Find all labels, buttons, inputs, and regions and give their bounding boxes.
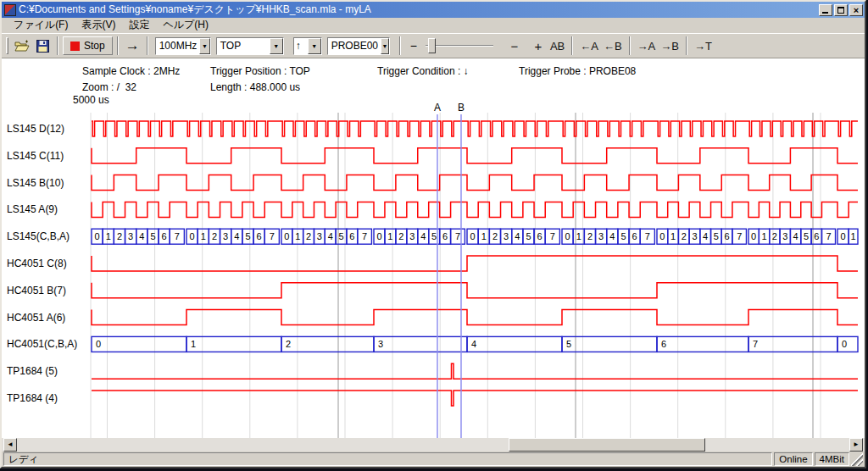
bus-value: 0 <box>565 231 570 241</box>
bus-value: 6 <box>442 231 448 241</box>
bus-value: 5 <box>526 231 531 241</box>
save-button[interactable] <box>32 36 53 55</box>
signal-trace <box>92 202 858 217</box>
signal-trace <box>92 310 858 325</box>
stop-icon <box>70 42 80 51</box>
bus-value: 1 <box>201 231 206 241</box>
trigger-probe-select[interactable]: PROBE00 ▼ <box>327 37 390 55</box>
chevron-down-icon[interactable]: ▼ <box>270 38 283 54</box>
zoom-slider[interactable] <box>420 36 493 55</box>
bus-value: 4 <box>793 231 798 241</box>
chevron-down-icon[interactable]: ▼ <box>199 38 209 54</box>
status-ready: レディ <box>3 452 772 466</box>
bus-cell <box>92 336 186 352</box>
zoom-slider-thumb[interactable] <box>428 38 436 53</box>
signal-trace <box>92 121 858 136</box>
chevron-down-icon[interactable]: ▼ <box>381 38 389 54</box>
chevron-down-icon[interactable]: ▼ <box>308 38 321 54</box>
menu-view[interactable]: 表示(V) <box>75 17 122 34</box>
menu-help[interactable]: ヘルプ(H) <box>156 17 215 34</box>
menu-file[interactable]: ファイル(F) <box>7 17 75 34</box>
bus-value: 1 <box>387 231 392 241</box>
zoom-ab-button[interactable]: AB <box>548 36 567 55</box>
trigger-position-select[interactable]: TOP ▼ <box>216 37 284 55</box>
goto-cursor-a-right-button[interactable]: →A <box>635 36 659 55</box>
bus-cell <box>748 336 837 352</box>
open-file-button[interactable] <box>12 36 32 55</box>
open-folder-icon <box>14 40 30 52</box>
goto-trigger-button[interactable]: →T <box>692 36 715 55</box>
zoom-out-button[interactable]: − <box>505 36 524 55</box>
minimize-button[interactable] <box>819 4 832 16</box>
status-bar: レディ Online 4MBit <box>2 452 865 467</box>
zoom-slider-minus-label: − <box>410 39 417 53</box>
bus-value: 7 <box>175 231 180 241</box>
goto-cursor-a-left-button[interactable]: ←A <box>577 36 601 55</box>
bus-value: 7 <box>826 231 831 241</box>
toolbar-grip[interactable] <box>6 37 8 54</box>
bus-value: 3 <box>317 231 322 241</box>
bus-value: 6 <box>725 231 730 241</box>
stop-button[interactable]: Stop <box>63 36 113 55</box>
bus-value: 2 <box>772 231 777 241</box>
bus-value: 4 <box>515 231 520 241</box>
bus-value: 4 <box>703 231 708 241</box>
scroll-left-arrow[interactable]: ◄ <box>3 438 17 452</box>
bus-value: 7 <box>645 231 650 241</box>
bus-value: 4 <box>234 231 239 241</box>
signal-trace <box>92 363 858 379</box>
zoom-slider-track <box>426 45 493 47</box>
maximize-button[interactable] <box>834 4 848 16</box>
bus-value: 1 <box>481 231 487 241</box>
bus-value: 4 <box>471 339 476 349</box>
bus-value: 4 <box>328 231 333 241</box>
bus-value: 3 <box>128 231 133 241</box>
run-button[interactable]: → <box>123 36 142 55</box>
scroll-right-arrow[interactable]: ► <box>849 438 863 452</box>
bus-value: 6 <box>257 231 262 241</box>
minimize-icon <box>822 12 828 14</box>
bus-value: 1 <box>670 231 676 241</box>
bus-value: 6 <box>814 231 819 241</box>
bus-value: 0 <box>659 231 665 241</box>
menu-settings[interactable]: 設定 <box>122 17 156 34</box>
app-icon <box>4 4 16 16</box>
bus-value: 5 <box>620 231 626 241</box>
horizontal-scrollbar[interactable]: ◄ ► <box>2 438 865 452</box>
bus-value: 0 <box>842 339 847 349</box>
bus-cell <box>657 336 748 352</box>
bus-value: 2 <box>117 231 122 241</box>
resize-grip-icon[interactable] <box>851 452 863 466</box>
bus-cell <box>837 336 858 352</box>
bus-value: 0 <box>841 231 846 241</box>
bus-value: 0 <box>751 231 756 241</box>
bus-value: 7 <box>362 231 367 241</box>
trigger-edge-select[interactable]: ↑ ▼ <box>293 37 322 55</box>
zoom-in-button[interactable]: + <box>529 36 548 55</box>
sample-clock-select[interactable]: 100MHz ▼ <box>155 37 211 55</box>
bus-value: 3 <box>692 231 697 241</box>
scrollbar-thumb[interactable] <box>509 438 705 452</box>
bus-cell <box>374 336 467 352</box>
waveform-canvas[interactable]: 0123456701234567012345670123456701234567… <box>2 58 865 438</box>
menu-bar: ファイル(F) 表示(V) 設定 ヘルプ(H) <box>2 18 865 33</box>
bus-value: 2 <box>212 231 217 241</box>
goto-cursor-b-left-button[interactable]: ←B <box>601 36 625 55</box>
bus-value: 2 <box>398 231 403 241</box>
bus-value: 1 <box>576 231 581 241</box>
status-online-badge: Online <box>774 452 812 466</box>
close-button[interactable]: × <box>849 4 863 16</box>
bus-value: 5 <box>338 231 343 241</box>
app-window: C:¥Documents and Settings¥noname¥デスクトップ¥… <box>0 0 866 468</box>
bus-cell <box>186 336 281 352</box>
bus-value: 3 <box>378 339 383 349</box>
bus-value: 3 <box>409 231 415 241</box>
bus-value: 2 <box>286 339 291 349</box>
bus-value: 4 <box>139 231 144 241</box>
bus-value: 6 <box>349 231 354 241</box>
toolbar: Stop → 100MHz ▼ TOP ▼ ↑ ▼ PROBE00 ▼ − − … <box>2 33 865 58</box>
toolbar-separator <box>117 36 119 55</box>
goto-cursor-b-right-button[interactable]: →B <box>658 36 682 55</box>
bus-value: 0 <box>284 231 289 241</box>
bus-value: 0 <box>470 231 476 241</box>
